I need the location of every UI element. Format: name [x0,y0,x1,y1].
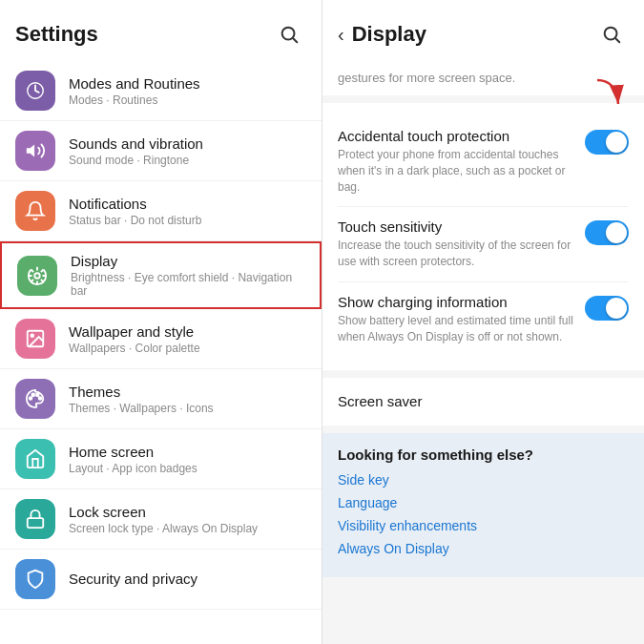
accidental-touch-desc: Protect your phone from accidental touch… [338,147,573,195]
settings-item-security[interactable]: Security and privacy [0,550,322,610]
touch-sensitivity-title: Touch sensitivity [338,218,573,235]
sounds-text: Sounds and vibration Sound mode · Ringto… [69,135,306,167]
intro-section: gestures for more screen space. [322,61,644,95]
settings-item-themes[interactable]: Themes Themes · Wallpapers · Icons [0,369,322,429]
modes-subtitle: Modes · Routines [69,93,306,107]
sounds-icon-svg [25,140,46,161]
notifications-subtitle: Status bar · Do not disturb [69,214,306,227]
looking-section: Looking for something else? Side key Lan… [322,433,644,577]
svg-point-9 [39,397,42,400]
settings-item-homescreen[interactable]: Home screen Layout · App icon badges [0,429,322,489]
security-icon-svg [25,569,46,590]
homescreen-icon [15,439,55,479]
wallpaper-icon-svg [25,328,46,349]
svg-point-6 [30,397,32,400]
wallpaper-text: Wallpaper and style Wallpapers · Color p… [69,323,306,355]
notifications-icon [15,191,55,231]
security-icon [15,559,55,599]
left-panel-title: Settings [15,22,98,47]
themes-title: Themes [69,384,306,400]
lockscreen-subtitle: Screen lock type · Always On Display [69,522,306,535]
themes-text: Themes Themes · Wallpapers · Icons [69,384,306,415]
lockscreen-icon [15,499,55,539]
display-title: Display [71,253,304,269]
charging-info-title: Show charging information [338,294,573,310]
accidental-touch-toggle[interactable] [585,130,629,155]
settings-item-lockscreen[interactable]: Lock screen Screen lock type · Always On… [0,489,322,550]
themes-icon-svg [25,388,46,409]
notifications-title: Notifications [69,196,306,212]
homescreen-text: Home screen Layout · App icon badges [69,444,306,475]
security-title: Security and privacy [69,571,306,587]
modes-title: Modes and Routines [69,75,306,92]
lockscreen-title: Lock screen [69,504,306,520]
accidental-touch-row: Accidental touch protection Protect your… [338,116,629,207]
settings-left-panel: Settings Modes and Routines Modes · Rout… [0,0,322,644]
settings-list: Modes and Routines Modes · Routines Soun… [0,61,322,644]
settings-item-display[interactable]: Display Brightness · Eye comfort shield … [0,241,322,309]
modes-text: Modes and Routines Modes · Routines [69,75,306,107]
security-text: Security and privacy [69,571,306,589]
side-key-link[interactable]: Side key [338,472,629,488]
homescreen-title: Home screen [69,444,306,460]
svg-line-12 [615,38,619,42]
always-on-display-link[interactable]: Always On Display [338,541,629,556]
touch-sensitivity-toggle-knob [606,222,627,243]
display-settings-section: Accidental touch protection Protect your… [322,103,644,370]
sounds-title: Sounds and vibration [69,135,306,152]
right-header: ‹ Display [322,0,644,61]
wallpaper-subtitle: Wallpapers · Color palette [69,342,306,355]
charging-info-toggle-knob [606,298,627,319]
lockscreen-text: Lock screen Screen lock type · Always On… [69,504,306,535]
search-icon [279,24,300,45]
svg-line-1 [293,38,297,42]
left-header: Settings [0,0,322,61]
svg-point-5 [31,334,33,337]
notifications-icon-svg [25,200,46,221]
svg-rect-10 [28,518,44,528]
sounds-icon [15,131,55,171]
homescreen-subtitle: Layout · App icon badges [69,462,306,475]
looking-title: Looking for something else? [338,447,629,463]
visibility-link[interactable]: Visibility enhancements [338,518,629,533]
screen-saver-section[interactable]: Screen saver [322,378,644,426]
svg-point-8 [36,394,39,397]
charging-info-desc: Show battery level and estimated time un… [338,313,573,345]
accidental-touch-text: Accidental touch protection Protect your… [338,128,585,195]
sounds-subtitle: Sound mode · Ringtone [69,154,306,167]
touch-sensitivity-toggle[interactable] [585,220,629,245]
accidental-touch-toggle-knob [606,132,627,153]
lockscreen-icon-svg [25,509,46,530]
wallpaper-title: Wallpaper and style [69,323,306,340]
settings-item-wallpaper[interactable]: Wallpaper and style Wallpapers · Color p… [0,309,322,369]
settings-item-sounds[interactable]: Sounds and vibration Sound mode · Ringto… [0,121,322,181]
modes-icon [15,71,55,111]
back-arrow-icon: ‹ [338,24,344,46]
settings-item-modes[interactable]: Modes and Routines Modes · Routines [0,61,322,121]
charging-info-row: Show charging information Show battery l… [338,282,629,357]
notifications-text: Notifications Status bar · Do not distur… [69,196,306,227]
charging-info-toggle[interactable] [585,296,629,321]
right-search-button[interactable] [594,17,629,52]
intro-text: gestures for more screen space. [338,71,515,85]
left-search-button[interactable] [272,17,306,52]
touch-sensitivity-desc: Increase the touch sensitivity of the sc… [338,238,573,270]
display-right-panel: ‹ Display gestures for more screen space… [322,0,644,644]
svg-point-7 [31,394,34,397]
display-subtitle: Brightness · Eye comfort shield · Naviga… [71,271,304,298]
wallpaper-icon [15,319,55,359]
themes-subtitle: Themes · Wallpapers · Icons [69,402,306,415]
back-button[interactable]: ‹ Display [338,22,426,47]
themes-icon [15,379,55,419]
settings-item-notifications[interactable]: Notifications Status bar · Do not distur… [0,181,322,241]
language-link[interactable]: Language [338,495,629,510]
display-icon-svg [27,265,48,286]
charging-info-text: Show charging information Show battery l… [338,294,585,345]
homescreen-icon-svg [25,448,46,469]
display-settings-content: gestures for more screen space. Accident… [322,61,644,644]
display-text: Display Brightness · Eye comfort shield … [71,253,304,298]
screen-saver-title: Screen saver [338,393,422,409]
display-icon [17,256,57,296]
right-panel-title: Display [352,22,426,47]
modes-icon-svg [25,80,46,101]
